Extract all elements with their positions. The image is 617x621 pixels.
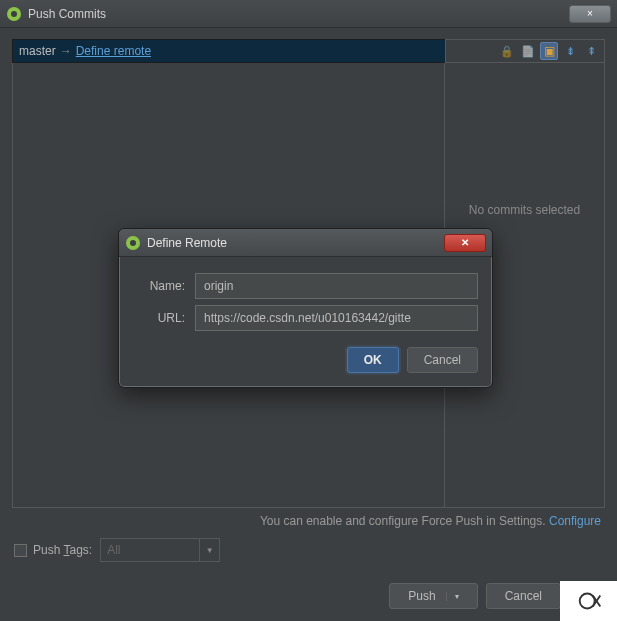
ok-button[interactable]: OK xyxy=(347,347,399,373)
push-tags-value: All xyxy=(107,543,120,557)
expand-icon[interactable] xyxy=(582,42,600,60)
dialog-titlebar[interactable]: Define Remote ✕ xyxy=(119,229,492,257)
push-tags-checkbox[interactable] xyxy=(14,544,27,557)
lock-icon[interactable] xyxy=(498,42,516,60)
collapse-icon[interactable] xyxy=(561,42,579,60)
document-icon[interactable] xyxy=(519,42,537,60)
push-tags-label: Push Tags: xyxy=(33,543,92,557)
dialog-title: Define Remote xyxy=(147,236,227,250)
branch-selector[interactable]: master → Define remote xyxy=(12,39,445,63)
app-icon xyxy=(6,6,22,22)
watermark-logo xyxy=(560,581,617,621)
remote-url-input[interactable] xyxy=(195,305,478,331)
chevron-down-icon: ▼ xyxy=(199,539,219,561)
configure-link[interactable]: Configure xyxy=(549,514,601,528)
arrow-icon: → xyxy=(60,44,72,58)
push-button[interactable]: Push xyxy=(389,583,477,609)
app-icon xyxy=(125,235,141,251)
name-label: Name: xyxy=(133,279,185,293)
cancel-button[interactable]: Cancel xyxy=(486,583,561,609)
window-title: Push Commits xyxy=(28,7,106,21)
push-tags-combo[interactable]: All ▼ xyxy=(100,538,220,562)
hint-text: You can enable and configure Force Push … xyxy=(260,514,549,528)
define-remote-link[interactable]: Define remote xyxy=(76,44,151,58)
no-commits-text: No commits selected xyxy=(469,203,580,217)
define-remote-dialog: Define Remote ✕ Name: URL: OK Cancel xyxy=(118,228,493,388)
svg-point-1 xyxy=(11,11,17,17)
hint-row: You can enable and configure Force Push … xyxy=(12,508,605,528)
url-label: URL: xyxy=(133,311,185,325)
show-diff-icon[interactable] xyxy=(540,42,558,60)
svg-point-6 xyxy=(130,240,136,246)
local-branch-name: master xyxy=(19,44,56,58)
dialog-cancel-button[interactable]: Cancel xyxy=(407,347,478,373)
preview-toolbar xyxy=(445,39,605,63)
window-close-button[interactable]: × xyxy=(569,5,611,23)
remote-name-input[interactable] xyxy=(195,273,478,299)
window-titlebar: Push Commits × xyxy=(0,0,617,28)
dialog-close-button[interactable]: ✕ xyxy=(444,234,486,252)
